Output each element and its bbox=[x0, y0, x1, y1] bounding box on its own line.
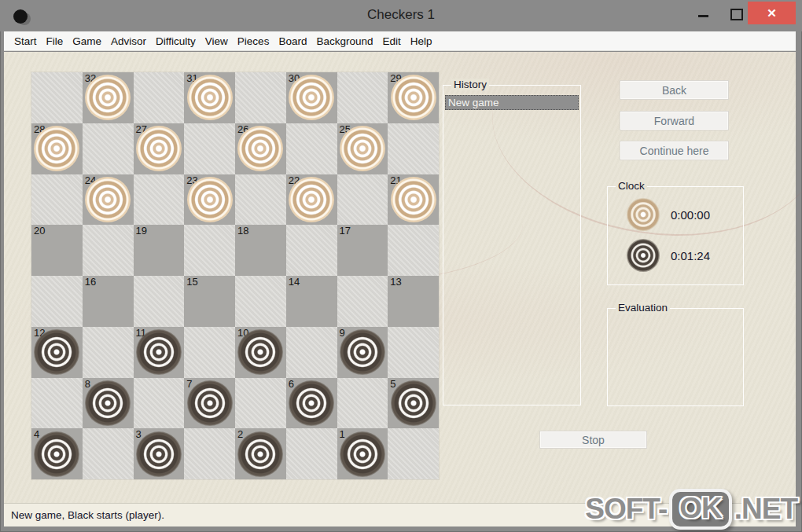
white-checker-piece[interactable] bbox=[340, 126, 385, 171]
board-square[interactable] bbox=[388, 327, 439, 378]
board-square[interactable] bbox=[286, 428, 337, 479]
board-square-15[interactable]: 15 bbox=[184, 276, 235, 327]
menu-item-board[interactable]: Board bbox=[274, 35, 311, 47]
menu-item-view[interactable]: View bbox=[200, 35, 233, 47]
board-square-22[interactable]: 22 bbox=[286, 174, 337, 226]
black-checker-piece[interactable] bbox=[136, 329, 182, 375]
menu-item-pieces[interactable]: Pieces bbox=[233, 35, 274, 47]
back-button[interactable]: Back bbox=[620, 80, 729, 100]
forward-button[interactable]: Forward bbox=[620, 111, 729, 130]
black-checker-piece[interactable] bbox=[187, 380, 233, 426]
white-checker-piece[interactable] bbox=[85, 177, 131, 222]
board-square[interactable] bbox=[134, 276, 185, 327]
board-square-18[interactable]: 18 bbox=[235, 225, 286, 276]
board-square-9[interactable]: 9 bbox=[337, 327, 388, 378]
menu-item-difficulty[interactable]: Difficulty bbox=[151, 35, 200, 47]
minimize-button[interactable] bbox=[698, 15, 708, 17]
close-button[interactable]: ✕ bbox=[748, 2, 796, 24]
white-checker-piece[interactable] bbox=[289, 75, 334, 120]
black-checker-piece[interactable] bbox=[391, 380, 436, 426]
white-checker-piece[interactable] bbox=[34, 126, 79, 171]
board-square-10[interactable]: 10 bbox=[235, 327, 286, 378]
menu-item-start[interactable]: Start bbox=[9, 35, 42, 47]
board-square-27[interactable]: 27 bbox=[134, 123, 185, 174]
board-square-29[interactable]: 29 bbox=[388, 72, 439, 123]
board-square-4[interactable]: 4 bbox=[31, 428, 83, 479]
black-checker-piece[interactable] bbox=[340, 431, 385, 477]
board-square-25[interactable]: 25 bbox=[337, 123, 388, 174]
board-square[interactable] bbox=[337, 72, 388, 123]
board-square[interactable] bbox=[83, 327, 134, 378]
board-square[interactable] bbox=[134, 72, 185, 123]
stop-button[interactable]: Stop bbox=[539, 431, 647, 449]
board-square[interactable] bbox=[235, 276, 286, 327]
board-square[interactable] bbox=[184, 428, 235, 479]
board-square-5[interactable]: 5 bbox=[388, 378, 439, 429]
board-square-30[interactable]: 30 bbox=[286, 72, 337, 123]
white-checker-piece[interactable] bbox=[289, 177, 334, 222]
board-square-11[interactable]: 11 bbox=[134, 327, 185, 378]
board-square[interactable] bbox=[337, 276, 388, 327]
board-square-3[interactable]: 3 bbox=[134, 428, 185, 479]
black-checker-piece[interactable] bbox=[85, 380, 131, 426]
white-checker-piece[interactable] bbox=[391, 75, 436, 120]
board-square-31[interactable]: 31 bbox=[184, 72, 235, 123]
black-checker-piece[interactable] bbox=[289, 380, 334, 426]
menu-item-edit[interactable]: Edit bbox=[377, 35, 405, 47]
board-square[interactable] bbox=[31, 276, 83, 327]
board-square-8[interactable]: 8 bbox=[83, 378, 134, 429]
board-square[interactable] bbox=[83, 225, 134, 276]
board-square[interactable] bbox=[388, 123, 439, 174]
board-square-19[interactable]: 19 bbox=[134, 225, 185, 276]
board-square-7[interactable]: 7 bbox=[184, 378, 235, 429]
history-list[interactable]: New game bbox=[445, 95, 579, 403]
board-square-14[interactable]: 14 bbox=[286, 276, 337, 327]
board-square[interactable] bbox=[184, 327, 235, 378]
board-square-24[interactable]: 24 bbox=[83, 174, 134, 226]
white-checker-piece[interactable] bbox=[187, 75, 233, 120]
board-square-13[interactable]: 13 bbox=[388, 276, 439, 327]
board-square[interactable] bbox=[184, 123, 235, 174]
board-square-23[interactable]: 23 bbox=[184, 174, 235, 226]
board-square[interactable] bbox=[337, 378, 388, 429]
menu-item-advisor[interactable]: Advisor bbox=[106, 35, 151, 47]
board-square[interactable] bbox=[286, 327, 337, 378]
title-bar[interactable]: Checkers 1 ✕ bbox=[0, 0, 802, 31]
board-square-21[interactable]: 21 bbox=[388, 174, 439, 226]
board-square[interactable] bbox=[286, 225, 337, 276]
black-checker-piece[interactable] bbox=[237, 329, 283, 375]
board-square[interactable] bbox=[134, 378, 185, 429]
board-square-17[interactable]: 17 bbox=[337, 225, 388, 276]
board-square-32[interactable]: 32 bbox=[83, 72, 134, 123]
black-checker-piece[interactable] bbox=[136, 431, 182, 477]
menu-item-background[interactable]: Background bbox=[311, 35, 377, 47]
white-checker-piece[interactable] bbox=[187, 177, 233, 222]
board-square-26[interactable]: 26 bbox=[235, 123, 286, 174]
black-checker-piece[interactable] bbox=[340, 329, 385, 375]
black-checker-piece[interactable] bbox=[34, 431, 79, 477]
board-square[interactable] bbox=[286, 123, 337, 174]
board-square[interactable] bbox=[31, 174, 83, 226]
board-square[interactable] bbox=[31, 378, 83, 429]
board-square[interactable] bbox=[235, 174, 286, 226]
board-square-12[interactable]: 12 bbox=[31, 327, 83, 378]
board-square[interactable] bbox=[235, 72, 286, 123]
black-checker-piece[interactable] bbox=[237, 431, 283, 477]
history-item[interactable]: New game bbox=[445, 95, 579, 110]
board-square[interactable] bbox=[83, 428, 134, 479]
board-square[interactable] bbox=[31, 72, 83, 123]
white-checker-piece[interactable] bbox=[391, 177, 436, 222]
menu-item-help[interactable]: Help bbox=[406, 35, 437, 47]
white-checker-piece[interactable] bbox=[136, 126, 182, 171]
board-square[interactable] bbox=[388, 428, 439, 479]
board-square-2[interactable]: 2 bbox=[235, 428, 286, 479]
board-square[interactable] bbox=[388, 225, 439, 276]
board-square-28[interactable]: 28 bbox=[31, 123, 83, 174]
maximize-button[interactable] bbox=[730, 9, 743, 20]
menu-item-game[interactable]: Game bbox=[68, 35, 106, 47]
board-square[interactable] bbox=[337, 174, 388, 226]
white-checker-piece[interactable] bbox=[85, 75, 131, 120]
board-square-16[interactable]: 16 bbox=[83, 276, 134, 327]
menu-item-file[interactable]: File bbox=[42, 35, 68, 47]
board-square-1[interactable]: 1 bbox=[337, 428, 388, 479]
